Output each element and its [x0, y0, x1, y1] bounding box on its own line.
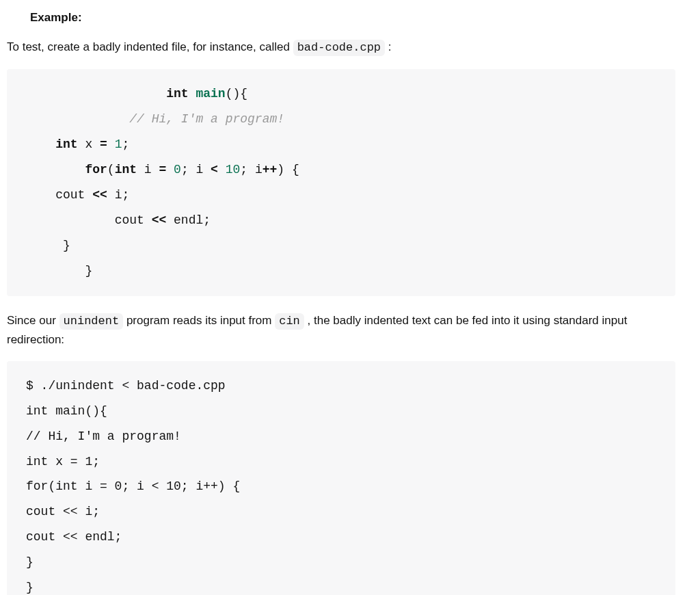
- code-line: // Hi, I'm a program!: [26, 107, 656, 132]
- intro-text-before: To test, create a badly indented file, f…: [7, 40, 293, 53]
- code-line: }: [26, 259, 656, 284]
- output-listing: $ ./unindent < bad-code.cpp int main(){ …: [7, 361, 675, 595]
- document-page: Example: To test, create a badly indente…: [0, 0, 700, 595]
- code-line: cout << endl;: [26, 208, 656, 233]
- bad-code-listing: int main(){ // Hi, I'm a program! int x …: [7, 69, 675, 295]
- intro-paragraph: To test, create a badly indented file, f…: [7, 38, 675, 57]
- intro-text-after: :: [388, 40, 392, 53]
- explain-text-2: program reads its input from: [126, 314, 275, 327]
- code-line: for(int i = 0; i < 10; i++) {: [26, 157, 656, 183]
- explain-paragraph: Since our unindent program reads its inp…: [7, 311, 675, 349]
- cin-code: cin: [275, 313, 304, 330]
- unindent-code: unindent: [59, 313, 124, 330]
- filename-code: bad-code.cpp: [293, 40, 385, 56]
- explain-text-1: Since our: [7, 314, 59, 327]
- example-heading: Example:: [30, 8, 675, 27]
- code-line: }: [26, 233, 656, 259]
- code-line: int x = 1;: [26, 132, 656, 157]
- code-line: int main(){: [26, 81, 656, 107]
- code-line: cout << i;: [26, 183, 656, 208]
